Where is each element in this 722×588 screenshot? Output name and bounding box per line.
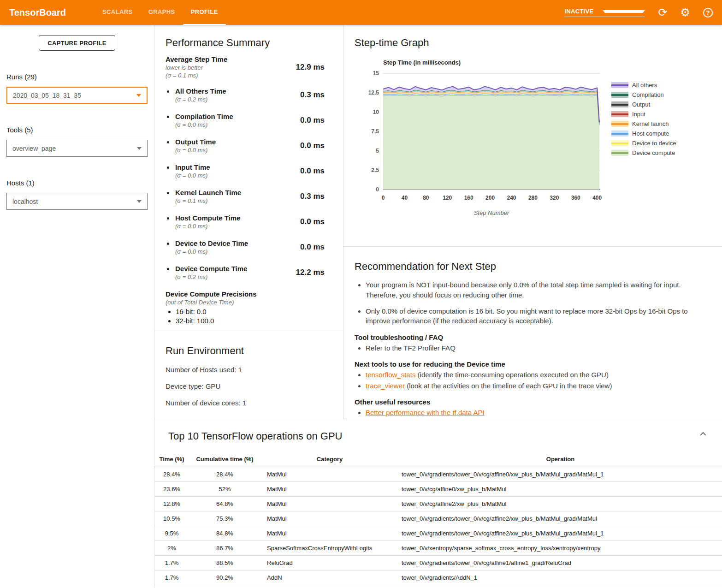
tools-select[interactable]: overview_page [6,140,148,157]
bullet-dot-icon [167,243,169,245]
settings-gear-icon[interactable]: ⚙ [680,7,690,18]
tab-graphs[interactable]: GRAPHS [141,0,183,25]
column-header: Category [260,452,399,467]
page-layout: CAPTURE PROFILE Runs (29)2020_03_05_18_3… [0,25,722,588]
chart-plot-block: Step Time (in milliseconds) 02.557.51012… [355,59,606,220]
metric-value: 0.0 ms [300,141,325,150]
metric-row: Device to Device Time(σ = 0.0 ms)0.0 ms [166,239,325,255]
metric-name: Device Compute Time [175,265,247,273]
metric-label-block: Device Compute Time(σ = 0.2 ms) [175,265,247,280]
recommendation-subheading: Next tools to use for reducing the Devic… [355,360,708,368]
metric-label-block: Output Time(σ = 0.0 ms) [175,138,216,154]
metric-sigma: (σ = 0.0 ms) [175,172,210,179]
metric-label-block: Input Time(σ = 0.0 ms) [175,163,210,179]
recommendation-sublist: Refer to the TF2 Profiler FAQ [355,343,708,353]
tab-scalars[interactable]: SCALARS [95,0,141,25]
metric-sigma: (σ = 0.1 ms) [166,72,227,79]
recommendation-subheading: Tool troubleshooting / FAQ [355,333,708,341]
precisions-label: Device Compute Precisions [166,290,325,298]
nav-tabs: SCALARSGRAPHSPROFILE [95,0,226,25]
metric-label-block: Host Compute Time(σ = 0.0 ms) [175,214,240,230]
table-cell: 84.8% [189,526,260,541]
metric-sigma: (σ = 0.0 ms) [175,248,248,255]
table-cell: tower_0/v/gradients/tower_0/v/cg/affine1… [399,556,722,570]
table-cell: 88.5% [189,556,260,570]
performance-summary-section: Performance Summary Average Step Timelow… [154,25,343,331]
metric-name: Host Compute Time [175,214,240,222]
chevron-down-icon [137,147,142,150]
recommendation-title: Recommendation for Next Step [355,261,708,273]
svg-text:2.5: 2.5 [371,167,379,173]
svg-text:320: 320 [550,195,559,201]
table-row: 2%86.7%SparseSoftmaxCrossEntropyWithLogi… [154,541,722,556]
runs-selected-value: 2020_03_05_18_31_35 [13,92,136,99]
table-row: 12.8%64.8%MatMultower_0/v/cg/affine2/xw_… [154,497,722,511]
metric-sigma: (σ = 0.2 ms) [175,96,226,103]
recommendation-subitem: trace_viewer (look at the activities on … [366,381,708,391]
legend-item-output: Output [611,100,676,109]
metric-name: Input Time [175,163,210,171]
table-cell: MatMul [260,497,399,511]
metric-sigma: (σ = 0.2 ms) [175,273,247,280]
recommendation-link[interactable]: Better performance with the tf.data API [366,409,485,416]
hosts-select[interactable]: localhost [6,193,148,210]
metric-value: 0.0 ms [300,217,325,226]
metric-row: Kernel Launch Time(σ = 0.1 ms)0.3 ms [166,189,325,204]
help-icon[interactable]: ? [703,8,713,18]
step-time-graph-section: Step-time Graph Step Time (in millisecon… [343,25,722,247]
collapse-chevron-up-icon[interactable] [700,429,706,438]
filter-group-hosts: Hosts (1)localhost [6,179,148,210]
capture-profile-button[interactable]: CAPTURE PROFILE [39,35,115,51]
legend-swatch-icon [611,101,628,107]
svg-text:400: 400 [592,195,602,201]
metric-name: Kernel Launch Time [175,189,241,196]
table-cell: 28.4% [154,467,189,482]
metric-label-block: Device to Device Time(σ = 0.0 ms) [175,239,248,255]
reload-status-value: INACTIVE [564,8,603,15]
svg-text:200: 200 [485,195,495,201]
precision-item: 16-bit: 0.0 [176,308,325,315]
table-cell: AddN [260,570,399,585]
bullet-dot-icon [167,192,169,194]
table-cell: MatMul [260,526,399,541]
reload-status-dropdown[interactable]: INACTIVE [564,8,645,17]
refresh-icon[interactable]: ⟳ [658,7,667,18]
table-cell: ReluGrad [260,556,399,570]
table-cell: tower_0/v/gradients/tower_0/v/cg/affine2… [399,511,722,526]
legend-swatch-icon [611,111,628,117]
table-cell: tower_0/v/gradients/tower_0/v/cg/affine2… [399,526,722,541]
table-cell: MatMul [260,467,399,482]
table-cell: MatMul [260,482,399,497]
recommendation-link[interactable]: tensorflow_stats [366,371,415,379]
recommendation-subitem: Refer to the TF2 Profiler FAQ [366,343,708,353]
hosts-selected-value: localhost [12,198,137,205]
table-cell: tower_0/v/gradients/AddN_1 [399,570,722,585]
svg-text:120: 120 [443,195,452,201]
runs-select[interactable]: 2020_03_05_18_31_35 [6,87,148,104]
metric-row: Compilation Time(σ = 0.0 ms)0.0 ms [166,113,325,128]
metric-row: Device Compute Time(σ = 0.2 ms)12.2 ms [166,265,325,280]
svg-text:10: 10 [373,109,379,115]
metric-subtitle: lower is better [166,64,227,71]
precisions-subtitle: (out of Total Device Time) [166,299,325,306]
run-environment-section: Run Environment Number of Hosts used: 1D… [154,331,343,407]
legend-item-host-compute: Host compute [611,129,676,138]
bullet-dot-icon [167,116,169,118]
metric-row: Input Time(σ = 0.0 ms)0.0 ms [166,163,325,179]
recommendation-sublist: tensorflow_stats (identify the time-cons… [355,370,708,391]
table-cell: tower_0/v/cg/affine0/xw_plus_b/MatMul [399,482,722,497]
legend-item-device-to-device: Device to device [611,138,676,148]
legend-label: Device to device [632,140,676,147]
svg-text:15: 15 [373,70,379,77]
recommendation-section: Recommendation for Next Step Your progra… [343,247,722,419]
recommendation-subitem-text: Refer to the TF2 Profiler FAQ [366,344,456,352]
column-header: Operation [399,452,722,467]
metric-label-block: Average Step Timelower is better(σ = 0.1… [166,55,227,79]
recommendation-link[interactable]: trace_viewer [366,382,405,390]
chart-svg-holder: 02.557.51012.515040801201602002402803203… [355,69,606,220]
chart-area: Step Time (in milliseconds) 02.557.51012… [355,59,722,220]
recommendation-bullet: Your program is NOT input-bound because … [366,280,708,300]
legend-label: Host compute [632,130,669,137]
table-row: 1.7%88.5%ReluGradtower_0/v/gradients/tow… [154,556,722,570]
tab-profile[interactable]: PROFILE [183,0,226,25]
